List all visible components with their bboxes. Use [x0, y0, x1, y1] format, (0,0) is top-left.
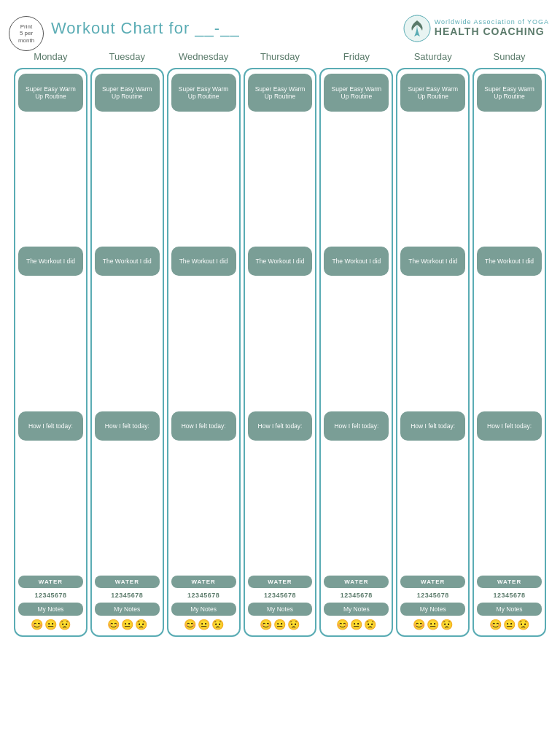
workout-wednesday[interactable]: The Workout I did — [171, 247, 236, 276]
emoji-neutral-sunday[interactable]: 😐 — [503, 619, 516, 630]
blank-friday-2 — [324, 279, 389, 408]
emoji-happy-monday[interactable]: 😊 — [31, 619, 43, 630]
bottom-tuesday: WATER 12345678 My Notes 😊 😐 😟 — [95, 576, 160, 631]
emoji-neutral-tuesday[interactable]: 😐 — [121, 619, 133, 630]
logo-text: Worldwide Association of YOGA HEALTH COA… — [435, 19, 549, 37]
emoji-happy-thursday[interactable]: 😊 — [260, 619, 272, 630]
notes-saturday[interactable]: My Notes — [400, 603, 465, 616]
warmup-friday[interactable]: Super Easy Warm Up Routine — [324, 74, 389, 112]
howfelt-sunday[interactable]: How I felt today: — [477, 411, 542, 441]
header: Workout Chart for __-__ Worldwide Associ… — [11, 15, 549, 42]
blank-saturday-2 — [400, 279, 465, 408]
emoji-neutral-wednesday[interactable]: 😐 — [198, 619, 210, 630]
blank-saturday-1 — [400, 115, 465, 244]
emoji-sad-monday[interactable]: 😟 — [58, 619, 71, 630]
emoji-row-friday: 😊 😐 😟 — [324, 618, 389, 631]
howfelt-wednesday[interactable]: How I felt today: — [171, 411, 236, 441]
bottom-wednesday: WATER 12345678 My Notes 😊 😐 😟 — [171, 576, 236, 631]
water-numbers-monday: 12345678 — [18, 590, 83, 600]
notes-tuesday[interactable]: My Notes — [95, 603, 160, 616]
emoji-row-saturday: 😊 😐 😟 — [400, 618, 465, 631]
water-friday[interactable]: WATER — [324, 576, 389, 588]
workout-monday[interactable]: The Workout I did — [18, 247, 83, 276]
blank-monday-1 — [18, 115, 83, 244]
water-monday[interactable]: WATER — [18, 576, 83, 588]
emoji-sad-thursday[interactable]: 😟 — [287, 619, 300, 630]
howfelt-friday[interactable]: How I felt today: — [324, 411, 389, 441]
chart-grid: Super Easy Warm Up Routine The Workout I… — [11, 68, 549, 637]
blank-friday-1 — [324, 115, 389, 244]
column-monday: Super Easy Warm Up Routine The Workout I… — [14, 68, 88, 637]
emoji-sad-saturday[interactable]: 😟 — [440, 619, 453, 630]
title-blank: __-__ — [195, 19, 239, 37]
emoji-happy-friday[interactable]: 😊 — [336, 619, 349, 630]
emoji-neutral-saturday[interactable]: 😐 — [427, 619, 439, 630]
column-friday: Super Easy Warm Up Routine The Workout I… — [319, 68, 393, 637]
blank-wednesday-2 — [171, 279, 236, 408]
water-tuesday[interactable]: WATER — [95, 576, 160, 588]
blank-tuesday-3 — [95, 444, 160, 573]
blank-monday-3 — [18, 444, 83, 573]
emoji-sad-sunday[interactable]: 😟 — [517, 619, 529, 630]
blank-saturday-3 — [400, 444, 465, 573]
water-sunday[interactable]: WATER — [477, 576, 542, 588]
blank-tuesday-1 — [95, 115, 160, 244]
notes-thursday[interactable]: My Notes — [248, 603, 313, 616]
emoji-sad-wednesday[interactable]: 😟 — [211, 619, 224, 630]
emoji-happy-wednesday[interactable]: 😊 — [184, 619, 196, 630]
warmup-thursday[interactable]: Super Easy Warm Up Routine — [248, 74, 313, 112]
emoji-happy-sunday[interactable]: 😊 — [489, 619, 502, 630]
water-thursday[interactable]: WATER — [248, 576, 313, 588]
notes-wednesday[interactable]: My Notes — [171, 603, 236, 616]
blank-thursday-2 — [248, 279, 313, 408]
emoji-happy-saturday[interactable]: 😊 — [413, 619, 425, 630]
workout-tuesday[interactable]: The Workout I did — [95, 247, 160, 276]
emoji-neutral-thursday[interactable]: 😐 — [273, 619, 286, 630]
blank-tuesday-2 — [95, 279, 160, 408]
column-sunday: Super Easy Warm Up Routine The Workout I… — [472, 68, 546, 637]
water-saturday[interactable]: WATER — [400, 576, 465, 588]
blank-friday-3 — [324, 444, 389, 573]
notes-monday[interactable]: My Notes — [18, 603, 83, 616]
blank-wednesday-3 — [171, 444, 236, 573]
emoji-sad-friday[interactable]: 😟 — [364, 619, 376, 630]
logo-bottom: HEALTH COACHING — [435, 26, 549, 37]
emoji-neutral-friday[interactable]: 😐 — [350, 619, 362, 630]
print-per-label: 5 per — [20, 30, 33, 37]
emoji-neutral-monday[interactable]: 😐 — [44, 619, 57, 630]
print-month-label: month — [18, 37, 34, 44]
emoji-happy-tuesday[interactable]: 😊 — [107, 619, 120, 630]
howfelt-thursday[interactable]: How I felt today: — [248, 411, 313, 441]
warmup-monday[interactable]: Super Easy Warm Up Routine — [18, 74, 83, 112]
workout-thursday[interactable]: The Workout I did — [248, 247, 313, 276]
water-wednesday[interactable]: WATER — [171, 576, 236, 588]
warmup-saturday[interactable]: Super Easy Warm Up Routine — [400, 74, 465, 112]
bottom-sunday: WATER 12345678 My Notes 😊 😐 😟 — [477, 576, 542, 631]
logo-area: Worldwide Association of YOGA HEALTH COA… — [403, 15, 549, 42]
days-header: Monday Tuesday Wednesday Thursday Friday… — [11, 50, 549, 63]
warmup-tuesday[interactable]: Super Easy Warm Up Routine — [95, 74, 160, 112]
warmup-wednesday[interactable]: Super Easy Warm Up Routine — [171, 74, 236, 112]
workout-friday[interactable]: The Workout I did — [324, 247, 389, 276]
day-wednesday: Wednesday — [167, 50, 241, 63]
day-tuesday: Tuesday — [90, 50, 164, 63]
column-tuesday: Super Easy Warm Up Routine The Workout I… — [90, 68, 164, 637]
workout-saturday[interactable]: The Workout I did — [400, 247, 465, 276]
notes-sunday[interactable]: My Notes — [477, 603, 542, 616]
howfelt-saturday[interactable]: How I felt today: — [400, 411, 465, 441]
blank-sunday-3 — [477, 444, 542, 573]
blank-monday-2 — [18, 279, 83, 408]
notes-friday[interactable]: My Notes — [324, 603, 389, 616]
workout-sunday[interactable]: The Workout I did — [477, 247, 542, 276]
howfelt-monday[interactable]: How I felt today: — [18, 411, 83, 441]
emoji-sad-tuesday[interactable]: 😟 — [135, 619, 147, 630]
howfelt-tuesday[interactable]: How I felt today: — [95, 411, 160, 441]
column-thursday: Super Easy Warm Up Routine The Workout I… — [244, 68, 317, 637]
warmup-sunday[interactable]: Super Easy Warm Up Routine — [477, 74, 542, 112]
day-saturday: Saturday — [396, 50, 470, 63]
chart-title: Workout Chart for __-__ — [51, 19, 403, 38]
blank-wednesday-1 — [171, 115, 236, 244]
page: Print 5 per month Workout Chart for __-_… — [0, 0, 560, 747]
water-numbers-wednesday: 12345678 — [171, 590, 236, 600]
print-circle[interactable]: Print 5 per month — [9, 16, 44, 51]
